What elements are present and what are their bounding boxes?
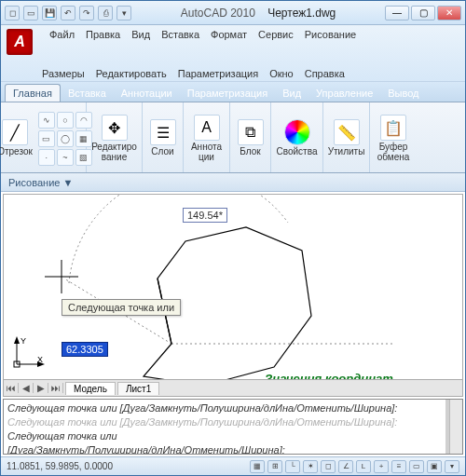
undo-icon[interactable]: ↶ [61,6,75,20]
tab-output[interactable]: Вывод [380,85,426,102]
ellipse-icon[interactable]: ◯ [57,130,74,147]
line-button[interactable]: ╱ Отрезок [0,117,35,159]
layout-tabs: ⏮◀▶⏭ Модель Лист1 [4,379,462,396]
file-name: Чертеж1.dwg [267,7,336,20]
status-toggles: ▦ ⊞ └ ✶ ◻ ∠ L + ≡ ▭ ▣ ▾ [250,460,459,473]
tab-prev-icon[interactable]: ◀ [19,383,34,393]
spline-icon[interactable]: ~ [57,149,74,166]
menu-file[interactable]: Файл [49,29,75,55]
cmd-scrollbar[interactable] [449,400,462,454]
utilities-button[interactable]: 📏Утилиты [325,117,368,159]
menu-format[interactable]: Формат [211,29,247,55]
cmd-line-1: Следующая точка или [Дуга/Замкнуть/Полуш… [7,401,459,415]
tab-layout1[interactable]: Лист1 [117,382,159,395]
window-title: AutoCAD 2010 Чертеж1.dwg [131,7,385,20]
snap-toggle[interactable]: ▦ [250,460,265,473]
tab-home[interactable]: Главная [5,84,61,102]
status-bar: 11.0851, 59.9895, 0.0000 ▦ ⊞ └ ✶ ◻ ∠ L +… [1,456,465,475]
close-button[interactable]: ✕ [437,6,461,20]
cmd-line-3: Следующая точка или [7,429,459,443]
rect-icon[interactable]: ▭ [38,130,55,147]
svg-marker-3 [14,336,20,344]
command-window[interactable]: Следующая точка или [Дуга/Замкнуть/Полуш… [3,399,463,455]
svg-text:X: X [37,355,43,364]
print-icon[interactable]: ⎙ [98,6,113,20]
qp-toggle[interactable]: ▭ [409,460,424,473]
tab-manage[interactable]: Управление [308,85,380,102]
otrack-toggle[interactable]: ∠ [338,460,353,473]
menu-dimensions[interactable]: Размеры [42,68,85,79]
menu-help[interactable]: Справка [305,68,345,79]
measure-icon: 📏 [334,119,360,145]
menu-bar: A Файл Правка Вид Вставка Формат Сервис … [1,25,465,82]
menu-draw[interactable]: Рисование [305,29,356,55]
osnap-toggle[interactable]: ◻ [321,460,336,473]
menu-view[interactable]: Вид [131,29,150,55]
clipboard-button[interactable]: 📋Буфер обмена [375,113,413,164]
panel-utilities: 📏Утилиты [323,102,370,172]
panel-clipboard: 📋Буфер обмена [370,102,417,172]
new-icon[interactable]: ◻ [5,6,20,20]
tab-view[interactable]: Вид [275,85,308,102]
dyn-toggle[interactable]: + [374,460,389,473]
more-status[interactable]: ▾ [445,460,459,473]
properties-button[interactable]: Свойства [274,117,321,159]
minimize-button[interactable]: — [385,6,409,20]
drawing-area[interactable]: 149.54* Следующая точка или 62.3305 Знач… [3,194,463,397]
qat-more-icon[interactable]: ▾ [116,6,131,20]
ucs-icon: YX [9,334,47,374]
angle-arc [69,194,288,283]
distance-input[interactable]: 62.3305 [62,342,108,357]
polyline-icon[interactable]: ∿ [38,112,55,129]
menu-parametric[interactable]: Параметризация [178,68,258,79]
tab-first-icon[interactable]: ⏮ [4,383,19,393]
menu-insert[interactable]: Вставка [161,29,199,55]
circle-icon[interactable]: ○ [57,112,74,129]
model-toggle[interactable]: ▣ [427,460,442,473]
layers-icon: ☰ [150,119,176,145]
ribbon: ╱ Отрезок ∿ ○ ◠ ▭ ◯ ▦ · ~ ▧ ✥Редактиро в… [1,102,465,173]
app-menu-button[interactable]: A [7,29,33,55]
tab-parametric[interactable]: Параметризация [180,85,275,102]
tab-annotate[interactable]: Аннотации [114,85,180,102]
grid-toggle[interactable]: ⊞ [267,460,282,473]
maximize-button[interactable]: ▢ [411,6,435,20]
annotation-button[interactable]: AАннота ции [188,113,225,164]
tab-insert[interactable]: Вставка [61,85,114,102]
polar-toggle[interactable]: ✶ [303,460,318,473]
svg-text:Y: Y [21,336,26,346]
menu-edit[interactable]: Правка [86,29,120,55]
lwt-toggle[interactable]: ≡ [391,460,406,473]
quick-access-toolbar: ◻ ▭ 💾 ↶ ↷ ⎙ ▾ [5,6,131,20]
text-icon: A [194,115,220,141]
block-button[interactable]: ⧉Блок [235,117,267,159]
redo-icon[interactable]: ↷ [79,6,94,20]
point-icon[interactable]: · [38,149,55,166]
menu-modify[interactable]: Редактировать [96,68,167,79]
clipboard-icon: 📋 [380,115,406,141]
app-name: AutoCAD 2010 [181,7,255,20]
layers-button[interactable]: ☰Слои [147,117,179,159]
draw-tools: ∿ ○ ◠ ▭ ◯ ▦ · ~ ▧ [38,112,92,166]
open-icon[interactable]: ▭ [23,6,38,20]
status-coords: 11.0851, 59.9895, 0.0000 [7,461,113,471]
cmd-line-4: [Дуга/Замкнуть/Полуширина/длИна/Отменить… [7,443,459,455]
dynamic-prompt: Следующая точка или [62,299,181,316]
title-bar: ◻ ▭ 💾 ↶ ↷ ⎙ ▾ AutoCAD 2010 Чертеж1.dwg —… [1,1,465,25]
tab-last-icon[interactable]: ⏭ [48,383,63,393]
block-icon: ⧉ [238,119,264,145]
panel-properties: Свойства [271,102,323,172]
tab-model[interactable]: Модель [65,382,116,395]
panel-modify: ✥Редактиро вание [87,102,143,172]
modify-button[interactable]: ✥Редактиро вание [89,113,140,164]
save-icon[interactable]: 💾 [42,6,57,20]
move-icon: ✥ [102,115,128,141]
panel-block: ⧉Блок [230,102,271,172]
menu-service[interactable]: Сервис [258,29,294,55]
ribbon-tabs: Главная Вставка Аннотации Параметризация… [1,82,465,102]
menu-window[interactable]: Окно [269,68,294,79]
draw-panel-title[interactable]: Рисование ▼ [1,173,465,192]
tab-next-icon[interactable]: ▶ [34,383,48,393]
ducs-toggle[interactable]: L [356,460,371,473]
ortho-toggle[interactable]: └ [285,460,300,473]
